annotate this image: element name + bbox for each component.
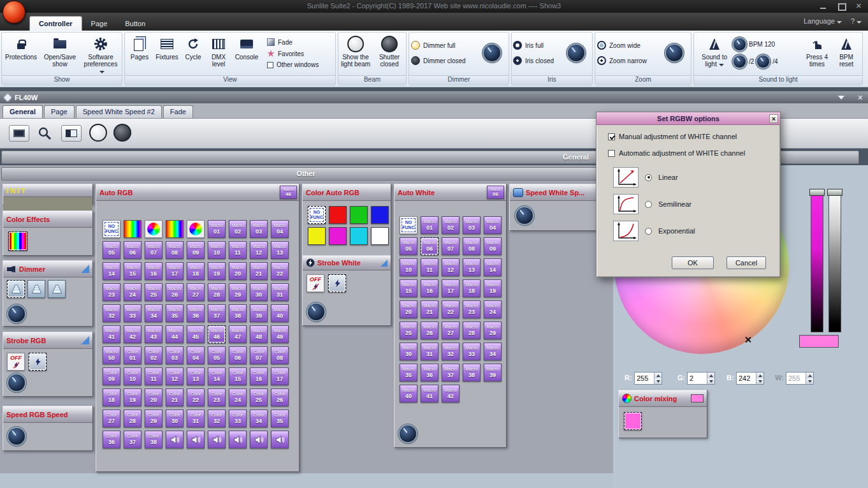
other-windows-option[interactable]: Other windows — [267, 61, 331, 68]
bpm-knob[interactable] — [734, 38, 746, 50]
speaker-button[interactable] — [271, 431, 289, 448]
macro-button[interactable]: Macro38 — [229, 304, 247, 322]
minimize-button[interactable] — [820, 3, 827, 10]
divide-2-knob[interactable] — [734, 55, 746, 68]
color-button[interactable]: Color05 — [208, 346, 226, 364]
macro-button[interactable]: Macro18 — [187, 262, 205, 280]
color-button[interactable]: Color32 — [208, 410, 226, 427]
color-swatch-button[interactable] — [329, 227, 347, 245]
macro-button[interactable]: Macro19 — [208, 262, 226, 280]
fader-thumb[interactable] — [827, 189, 843, 196]
speaker-button[interactable] — [166, 431, 184, 448]
macro-button[interactable]: Macro13 — [463, 258, 481, 276]
macro-button[interactable]: Macro38 — [463, 364, 481, 381]
color-button[interactable]: Color14 — [208, 367, 226, 385]
color-button[interactable]: Color29 — [145, 410, 163, 427]
color-button[interactable]: Color28 — [124, 410, 141, 427]
macro-button[interactable]: Macro20 — [400, 300, 417, 318]
exponential-radio-row[interactable]: Exponential — [613, 221, 695, 241]
panel-auto-white-header[interactable]: Auto White Macro06 — [394, 184, 506, 201]
no-func-button[interactable]: NOFUNC — [308, 206, 326, 224]
speed-rgb-knob[interactable] — [8, 428, 25, 445]
color-button[interactable]: Color03 — [166, 346, 184, 364]
macro-button[interactable]: Macro29 — [484, 322, 502, 339]
macro-button[interactable]: Macro14 — [484, 258, 502, 276]
rainbow-wheel-button[interactable] — [145, 220, 163, 238]
no-func-button[interactable]: NOFUNC — [400, 216, 417, 234]
color-button[interactable]: Color21 — [166, 388, 184, 406]
dialog-titlebar[interactable]: Set RGBW options — [597, 112, 780, 125]
macro-button[interactable]: Macro10 — [208, 241, 226, 259]
zoom-knob[interactable] — [666, 45, 683, 61]
color-button[interactable]: Color08 — [271, 346, 289, 364]
color-button[interactable]: Color06 — [229, 346, 247, 364]
color-button[interactable]: Color23 — [208, 388, 226, 406]
selected-macro-badge[interactable]: Macro06 — [487, 186, 504, 199]
speaker-button[interactable] — [250, 431, 268, 448]
macro-button[interactable]: Macro39 — [250, 304, 268, 322]
macro-button[interactable]: Macro28 — [463, 322, 481, 339]
color-swatch-button[interactable] — [624, 412, 642, 430]
macro-button[interactable]: Macro32 — [103, 304, 120, 322]
macro-button[interactable]: Macro37 — [442, 364, 459, 381]
zoom-search-button[interactable] — [37, 126, 52, 144]
macro-button[interactable]: Macro27 — [442, 322, 459, 339]
color-button[interactable]: Color17 — [271, 367, 289, 385]
macro-button[interactable]: Macro24 — [124, 283, 141, 301]
white-fader[interactable] — [828, 189, 841, 332]
color-button[interactable]: Color09 — [103, 367, 120, 385]
macro-button[interactable]: Macro22 — [271, 262, 289, 280]
help-menu[interactable]: ? — [851, 17, 862, 25]
macro-button[interactable]: Macro46 — [208, 325, 226, 343]
close-window-icon[interactable]: × — [858, 94, 863, 101]
color-button[interactable]: Color04 — [187, 346, 205, 364]
iris-knob[interactable] — [568, 45, 584, 61]
macro-button[interactable]: Macro23 — [103, 283, 120, 301]
cycle-button[interactable]: Cycle — [182, 34, 205, 61]
tab-general[interactable]: General — [3, 105, 43, 118]
macro-button[interactable]: Macro14 — [103, 262, 120, 280]
macro-button[interactable]: Macro50 — [103, 346, 120, 364]
color-swatch-button[interactable] — [350, 227, 368, 245]
color-button[interactable]: Color01 — [124, 346, 141, 364]
macro-button[interactable]: Macro37 — [208, 304, 226, 322]
macro-button[interactable]: Macro06 — [487, 186, 504, 199]
off-button[interactable]: OFF — [7, 353, 25, 371]
macro-button[interactable]: Macro08 — [463, 237, 481, 255]
macro-button[interactable]: Macro26 — [421, 322, 438, 339]
favorites-option[interactable]: Favorites — [267, 50, 331, 57]
macro-button[interactable]: Macro46 — [280, 186, 297, 199]
color-button[interactable]: Color30 — [166, 410, 184, 427]
iris-closed-button[interactable]: Iris closed — [513, 56, 561, 65]
panel-init-header[interactable]: INIT — [3, 184, 92, 197]
rainbow-gradient-button[interactable] — [166, 220, 184, 238]
spin-buttons[interactable] — [654, 373, 662, 384]
fader-thumb[interactable] — [809, 189, 825, 196]
radio-icon[interactable] — [645, 174, 652, 181]
macro-button[interactable]: Macro33 — [463, 343, 481, 360]
macro-button[interactable]: Macro49 — [271, 325, 289, 343]
macro-button[interactable]: Macro40 — [271, 304, 289, 322]
off-button[interactable]: OFF — [307, 274, 324, 292]
blue-input[interactable] — [737, 373, 756, 384]
color-button[interactable]: Color07 — [250, 346, 268, 364]
color-button[interactable]: Color34 — [250, 410, 268, 427]
red-input[interactable] — [635, 373, 654, 384]
macro-button[interactable]: Macro17 — [442, 279, 459, 297]
open-save-show-button[interactable]: Open/Save show — [41, 34, 79, 68]
color-button[interactable]: Color24 — [229, 388, 247, 406]
macro-button[interactable]: Macro01 — [421, 216, 438, 234]
checkbox-icon[interactable] — [608, 150, 615, 157]
macro-button[interactable]: Macro10 — [400, 258, 417, 276]
color-button[interactable]: Color02 — [145, 346, 163, 364]
collapse-icon[interactable] — [838, 96, 844, 100]
color-button[interactable]: Color10 — [124, 367, 141, 385]
rainbow-wheel-button[interactable] — [187, 220, 205, 238]
tab-fade[interactable]: Fade — [163, 105, 193, 118]
language-menu[interactable]: Language — [804, 17, 842, 25]
tab-controller[interactable]: Controller — [29, 16, 82, 31]
macro-button[interactable]: Macro12 — [442, 258, 459, 276]
macro-button[interactable]: Macro47 — [229, 325, 247, 343]
speaker-button[interactable] — [187, 431, 205, 448]
macro-button[interactable]: Macro28 — [208, 283, 226, 301]
